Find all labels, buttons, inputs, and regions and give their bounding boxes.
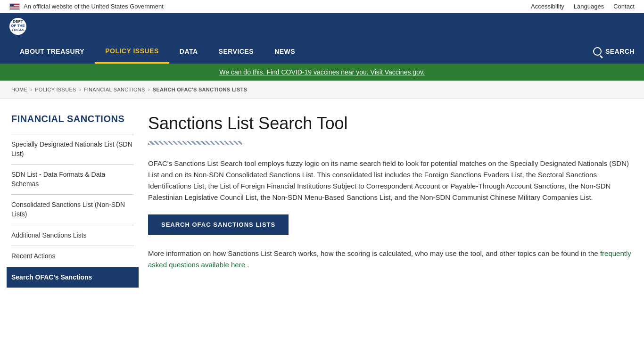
sidebar-link-recent-actions[interactable]: Recent Actions (11, 252, 55, 260)
nav-about-treasury[interactable]: ABOUT TREASURY (9, 39, 95, 64)
faq-paragraph: More information on how Sanctions List S… (148, 248, 633, 271)
accessibility-link[interactable]: Accessibility (531, 3, 564, 10)
nav-items: ABOUT TREASURY POLICY ISSUES DATA SERVIC… (9, 39, 305, 64)
top-bar-links: Accessibility Languages Contact (531, 3, 635, 10)
sidebar-link-sdn-list[interactable]: Specially Designated Nationals List (SDN… (11, 140, 132, 157)
site-header: DEPTOF THETREAS (0, 13, 644, 39)
search-ofac-button[interactable]: SEARCH OFAC SANCTIONS LISTS (148, 214, 289, 235)
breadcrumb-policy-issues[interactable]: POLICY ISSUES (35, 87, 76, 92)
breadcrumb-current: SEARCH OFAC'S SANCTIONS LISTS (153, 87, 248, 92)
sidebar-item-recent-actions: Recent Actions (11, 246, 134, 267)
faq-text-after: . (247, 261, 249, 269)
faq-text-before: More information on how Sanctions List S… (148, 249, 598, 257)
page-content: Sanctions List Search Tool OFAC's Sancti… (148, 108, 633, 288)
nav-news[interactable]: NEWS (264, 39, 305, 64)
sidebar-item-sdn-list: Specially Designated Nationals List (SDN… (11, 134, 134, 164)
official-notice: An official website of the United States… (9, 3, 164, 10)
content-description: OFAC's Sanctions List Search tool employ… (148, 158, 633, 203)
covid-link[interactable]: We can do this. Find COVID-19 vaccines n… (219, 68, 425, 76)
treasury-logo[interactable]: DEPTOF THETREAS (9, 18, 26, 35)
languages-link[interactable]: Languages (574, 3, 604, 10)
covid-banner: We can do this. Find COVID-19 vaccines n… (0, 64, 644, 81)
breadcrumb-sep-2: › (79, 86, 81, 93)
breadcrumb-home[interactable]: HOME (11, 87, 27, 92)
breadcrumb-sep-1: › (30, 86, 32, 93)
sidebar: FINANCIAL SANCTIONS Specially Designated… (11, 108, 134, 288)
sidebar-link-sdn-data-formats[interactable]: SDN List - Data Formats & Data Schemas (11, 171, 105, 188)
sidebar-item-additional: Additional Sanctions Lists (11, 225, 134, 246)
main-content: FINANCIAL SANCTIONS Specially Designated… (0, 99, 644, 297)
search-icon (593, 47, 602, 56)
sidebar-title: FINANCIAL SANCTIONS (11, 113, 134, 124)
page-title: Sanctions List Search Tool (148, 113, 633, 133)
sidebar-item-consolidated: Consolidated Sanctions List (Non-SDN Lis… (11, 194, 134, 224)
nav-search[interactable]: SEARCH (593, 47, 635, 56)
sidebar-link-additional[interactable]: Additional Sanctions Lists (11, 231, 87, 239)
main-navigation: ABOUT TREASURY POLICY ISSUES DATA SERVIC… (0, 39, 644, 64)
contact-link[interactable]: Contact (613, 3, 635, 10)
breadcrumb: HOME › POLICY ISSUES › FINANCIAL SANCTIO… (0, 81, 644, 99)
breadcrumb-financial-sanctions[interactable]: FINANCIAL SANCTIONS (84, 87, 145, 92)
top-bar: An official website of the United States… (0, 0, 644, 13)
search-label: SEARCH (605, 48, 635, 55)
us-flag-icon (9, 3, 20, 10)
official-text: An official website of the United States… (24, 3, 164, 10)
sidebar-link-consolidated[interactable]: Consolidated Sanctions List (Non-SDN Lis… (11, 201, 125, 218)
sidebar-item-sdn-data-formats: SDN List - Data Formats & Data Schemas (11, 164, 134, 194)
sidebar-link-search-active[interactable]: Search OFAC's Sanctions (11, 273, 92, 281)
title-underline (148, 141, 242, 145)
sidebar-navigation: Specially Designated Nationals List (SDN… (11, 134, 134, 288)
nav-data[interactable]: DATA (169, 39, 208, 64)
nav-policy-issues[interactable]: POLICY ISSUES (95, 39, 169, 64)
breadcrumb-sep-3: › (148, 86, 150, 93)
sidebar-item-search-active: Search OFAC's Sanctions (7, 267, 139, 288)
nav-services[interactable]: SERVICES (208, 39, 264, 64)
